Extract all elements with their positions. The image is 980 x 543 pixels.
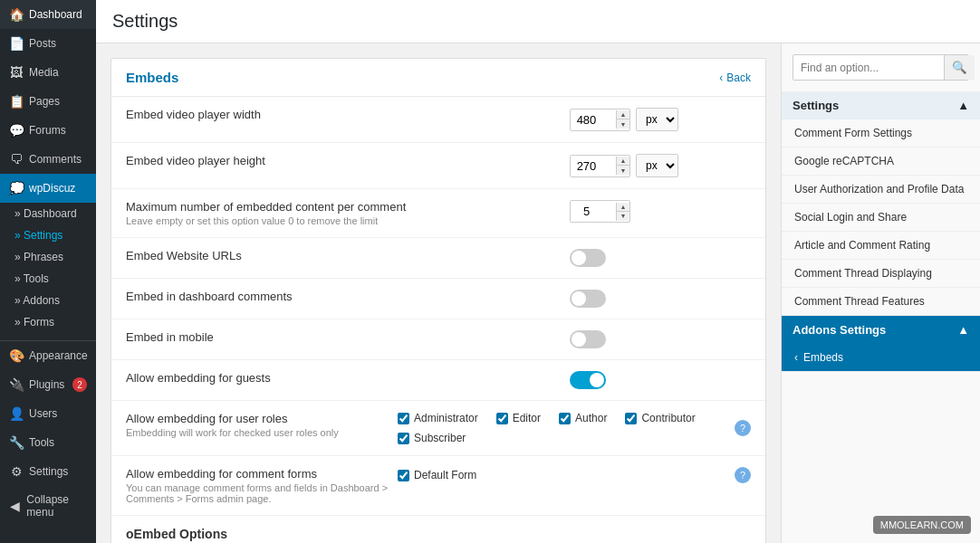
right-settings-item[interactable]: Social Login and Share [782,204,980,232]
video-height-up[interactable]: ▲ [617,157,629,166]
embed-dashboard-label: Embed in dashboard comments [126,290,570,303]
right-settings-item[interactable]: Comment Thread Displaying [782,260,980,288]
video-height-input[interactable] [571,156,616,176]
right-settings-item[interactable]: User Authorization and Profile Data [782,176,980,204]
pages-icon: 📋 [9,94,24,109]
row-embed-mobile: Embed in mobile [111,319,765,360]
search-button[interactable]: 🔍 [944,55,975,80]
embed-dashboard-toggle[interactable] [570,290,606,308]
settings-collapse-icon[interactable]: ▲ [957,99,969,112]
sidebar-label-dashboard: Dashboard [29,8,82,21]
user-roles-help-icon[interactable]: ? [735,420,751,436]
sidebar-sub-forms[interactable]: » Forms [0,311,96,333]
content-area: Embeds ‹ Back Embed video player width [96,43,980,543]
role-subscriber[interactable]: Subscriber [398,432,466,444]
embed-user-roles-desc: Embedding will work for checked user rol… [126,427,398,438]
role-editor[interactable]: Editor [496,412,541,424]
form-default[interactable]: Default Form [398,469,476,481]
watermark-text: MMOLEARN.COM [880,519,964,530]
sidebar-label-media: Media [29,66,59,79]
sidebar-item-media[interactable]: 🖼 Media [0,58,96,87]
embed-mobile-label: Embed in mobile [126,330,570,344]
comments-icon: 🗨 [9,152,24,167]
comment-forms-help-icon[interactable]: ? [735,467,751,483]
back-link[interactable]: ‹ Back [719,71,751,84]
max-embedded-input[interactable] [571,201,616,222]
sidebar-item-settings[interactable]: ⚙ Settings [0,457,96,486]
addons-collapse-icon[interactable]: ▲ [957,323,969,337]
plugins-badge: 2 [72,377,87,392]
embed-user-roles-control: Administrator Editor Author Contributor … [398,412,751,444]
video-height-control: ▲ ▼ px % [570,154,751,177]
embed-guests-control [570,371,751,389]
row-embed-user-roles: Allow embedding for user roles Embedding… [111,401,765,456]
video-height-input-wrap[interactable]: ▲ ▼ [570,155,630,177]
collapse-icon: ◀ [9,499,21,513]
sidebar-label-wpdiscuz: wpDiscuz [29,182,75,195]
embed-guests-toggle[interactable] [570,371,606,389]
sidebar-item-posts[interactable]: 📄 Posts [0,29,96,58]
right-settings-item[interactable]: Comment Thread Features [782,288,980,316]
embed-user-roles-label: Allow embedding for user roles [126,412,398,425]
sidebar-item-plugins[interactable]: 🔌 Plugins 2 [0,370,96,399]
sidebar: 🏠 Dashboard 📄 Posts 🖼 Media 📋 Pages 💬 Fo… [0,0,96,543]
sidebar-item-users[interactable]: 👤 Users [0,399,96,428]
embed-guests-slider [570,371,606,389]
wpdiscuz-icon: 💭 [9,181,24,195]
embed-comment-forms-desc: You can manage comment forms and fields … [126,482,398,504]
appearance-icon: 🎨 [9,348,24,363]
right-settings-item[interactable]: Comment Form Settings [782,119,980,148]
sidebar-item-dashboard[interactable]: 🏠 Dashboard [0,0,96,29]
right-settings-item[interactable]: Google reCAPTCHA [782,148,980,176]
search-input[interactable] [793,56,944,80]
role-contributor[interactable]: Contributor [625,412,695,424]
video-width-down[interactable]: ▼ [617,119,629,129]
sidebar-item-forums[interactable]: 💬 Forums [0,116,96,145]
video-width-input-wrap[interactable]: ▲ ▼ [570,109,630,131]
video-width-unit[interactable]: px % [636,108,678,131]
sidebar-label-settings: Settings [29,465,68,478]
right-settings-header: Settings ▲ [782,91,980,119]
sidebar-item-tools[interactable]: 🔧 Tools [0,428,96,457]
video-width-input[interactable] [571,110,616,130]
max-embedded-down[interactable]: ▼ [617,212,629,221]
right-addons-embeds[interactable]: ‹ Embeds [782,344,980,372]
search-input-wrap[interactable]: 🔍 [793,54,969,81]
sidebar-item-comments[interactable]: 🗨 Comments [0,145,96,174]
role-author[interactable]: Author [559,412,607,424]
embed-urls-label: Embed Website URLs [126,249,570,262]
embed-mobile-toggle[interactable] [570,330,606,348]
video-width-arrows: ▲ ▼ [616,110,629,129]
sidebar-sub-settings[interactable]: » Settings [0,224,96,246]
embed-urls-slider [570,249,606,267]
sidebar-item-wpdiscuz[interactable]: 💭 wpDiscuz [0,174,96,203]
video-height-label: Embed video player height [126,154,570,167]
sidebar-label-forums: Forums [29,124,66,137]
row-video-height: Embed video player height ▲ ▼ px % [111,143,765,189]
video-height-down[interactable]: ▼ [617,166,629,175]
embed-urls-toggle[interactable] [570,249,606,267]
sidebar-sub-addons[interactable]: » Addons [0,290,96,311]
right-settings-items: Comment Form SettingsGoogle reCAPTCHAUse… [782,119,980,316]
embeds-header: Embeds ‹ Back [111,59,765,97]
comment-forms-checkboxes: Default Form [398,469,476,481]
sidebar-item-appearance[interactable]: 🎨 Appearance [0,341,96,370]
sidebar-sub-dashboard[interactable]: » Dashboard [0,203,96,224]
back-label: Back [726,71,751,84]
sidebar-item-collapse[interactable]: ◀ Collapse menu [0,486,96,526]
max-embedded-input-wrap[interactable]: ▲ ▼ [570,200,630,223]
right-settings-item[interactable]: Article and Comment Rating [782,232,980,260]
video-width-control: ▲ ▼ px % [570,108,751,131]
embed-mobile-slider [570,330,606,348]
sidebar-label-posts: Posts [29,37,56,50]
sidebar-sub-phrases[interactable]: » Phrases [0,246,96,268]
sidebar-sub-tools[interactable]: » Tools [0,268,96,290]
video-height-unit[interactable]: px % [636,154,678,177]
video-width-up[interactable]: ▲ [617,110,629,119]
role-administrator[interactable]: Administrator [398,412,478,424]
row-embed-guests: Allow embedding for guests [111,360,765,401]
max-embedded-up[interactable]: ▲ [617,203,629,212]
video-width-label: Embed video player width [126,108,570,121]
row-max-embedded: Maximum number of embedded content per c… [111,189,765,238]
sidebar-item-pages[interactable]: 📋 Pages [0,87,96,116]
